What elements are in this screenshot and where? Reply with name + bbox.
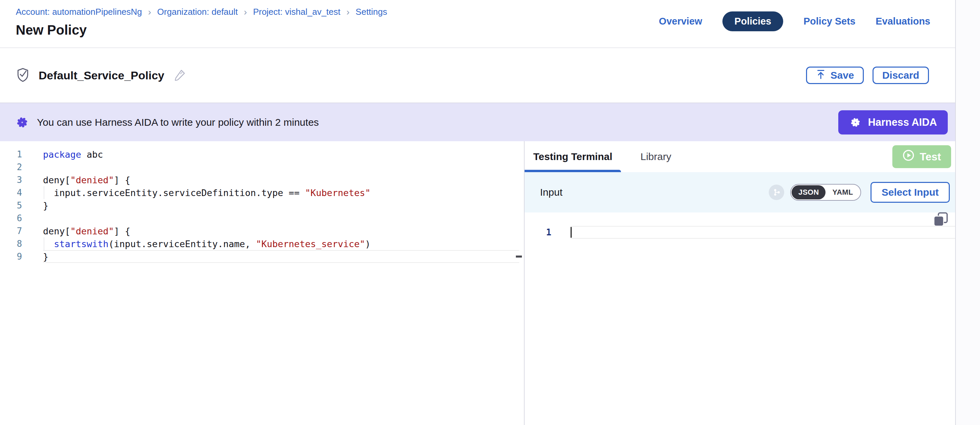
line-number: 3 <box>0 175 43 185</box>
code-line-content <box>43 161 519 174</box>
line-number: 9 <box>0 251 43 262</box>
toolbar-actions: Save Discard <box>806 67 929 84</box>
code-token: deny[ <box>43 226 70 236</box>
code-line[interactable]: 1package abc <box>0 148 519 161</box>
code-token: deny[ <box>43 175 70 185</box>
code-token: ) <box>365 239 371 249</box>
overview-ruler-cursor-mark <box>516 256 522 257</box>
nav-tabs: OverviewPoliciesPolicy SetsEvaluations <box>659 11 930 31</box>
policy-name: Default_Service_Policy <box>39 69 164 82</box>
input-editor-lines: 1 <box>525 226 955 239</box>
line-number: 1 <box>0 149 43 159</box>
code-line[interactable]: 5} <box>0 199 519 212</box>
code-line[interactable]: 2 <box>0 161 519 174</box>
harness-aida-button-label: Harness AIDA <box>868 116 937 128</box>
code-line-content: } <box>43 199 519 212</box>
policy-toolbar: Default_Service_Policy <box>0 48 955 102</box>
code-token: "Kubernetes" <box>305 188 371 198</box>
code-token: } <box>43 251 48 262</box>
format-option-json[interactable]: JSON <box>792 185 826 200</box>
code-token: startswith <box>54 239 109 249</box>
tab-library[interactable]: Library <box>621 141 691 172</box>
code-token: ] { <box>114 175 130 185</box>
breadcrumb-link[interactable]: Settings <box>356 7 387 17</box>
breadcrumb-separator-icon: › <box>244 7 247 17</box>
code-line[interactable]: 8 startswith(input.serviceEntity.name, "… <box>0 237 519 250</box>
code-token: (input.serviceEntity.name, <box>108 239 256 249</box>
code-line[interactable]: 3deny["denied"] { <box>0 174 519 186</box>
code-token: "Kubernetes_service" <box>256 239 365 249</box>
breadcrumb-link[interactable]: Organization: default <box>157 7 238 17</box>
line-number: 8 <box>0 239 43 249</box>
line-number: 7 <box>0 226 43 236</box>
code-line-content: startswith(input.serviceEntity.name, "Ku… <box>43 237 519 250</box>
code-token: input.serviceEntity.serviceDefinition.ty… <box>43 188 305 198</box>
test-button-label: Test <box>920 151 941 163</box>
save-button-label: Save <box>830 70 854 81</box>
discard-button-label: Discard <box>882 70 919 81</box>
save-button[interactable]: Save <box>806 67 864 84</box>
edit-policy-name-button[interactable] <box>173 68 186 83</box>
nav-tab-overview[interactable]: Overview <box>659 16 702 27</box>
nav-tab-policy-sets[interactable]: Policy Sets <box>803 16 855 27</box>
breadcrumb-separator-icon: › <box>347 7 350 17</box>
format-toggle: JSONYAML <box>790 184 861 201</box>
code-token: } <box>43 200 48 211</box>
terminal-tabs: Testing TerminalLibrary <box>525 141 955 172</box>
select-input-button[interactable]: Select Input <box>870 182 950 203</box>
format-option-yaml[interactable]: YAML <box>826 185 860 200</box>
page-header: Account: automationPipelinesNg›Organizat… <box>0 0 955 48</box>
code-line-content: } <box>43 250 519 263</box>
discard-button[interactable]: Discard <box>873 67 929 84</box>
test-button[interactable]: Test <box>892 145 951 168</box>
code-line[interactable]: 9} <box>0 250 519 263</box>
line-number: 4 <box>0 188 43 198</box>
aida-banner-message: You can use Harness AIDA to write your p… <box>37 117 319 128</box>
pencil-icon <box>173 68 186 83</box>
aida-banner-message-group: You can use Harness AIDA to write your p… <box>15 115 319 130</box>
aida-banner: You can use Harness AIDA to write your p… <box>0 102 955 141</box>
line-number: 5 <box>0 200 43 211</box>
line-number: 2 <box>0 162 43 172</box>
code-line[interactable]: 6 <box>0 212 519 225</box>
input-header: Input JSONYAML Select Input <box>525 172 955 212</box>
page: Account: automationPipelinesNg›Organizat… <box>0 0 956 425</box>
input-editor[interactable]: 1 <box>525 212 955 425</box>
play-circle-icon <box>902 149 915 164</box>
code-token: package <box>43 149 81 160</box>
tab-testing-terminal[interactable]: Testing Terminal <box>525 141 621 172</box>
breadcrumb-separator-icon: › <box>148 7 151 17</box>
input-label: Input <box>540 187 769 198</box>
code-line-content: package abc <box>43 148 519 161</box>
content: 1package abc23deny["denied"] {4 input.se… <box>0 141 955 425</box>
code-line-content: deny["denied"] { <box>43 225 519 237</box>
code-line-content <box>43 212 519 225</box>
harness-aida-button[interactable]: Harness AIDA <box>838 110 948 134</box>
nav-tab-evaluations[interactable]: Evaluations <box>875 16 930 27</box>
policy-code-editor[interactable]: 1package abc23deny["denied"] {4 input.se… <box>0 141 525 425</box>
breadcrumb-link[interactable]: Account: automationPipelinesNg <box>16 7 142 17</box>
code-line[interactable]: 1 <box>525 226 955 239</box>
policy-identity: Default_Service_Policy <box>16 67 186 84</box>
policy-code-lines: 1package abc23deny["denied"] {4 input.se… <box>0 148 524 263</box>
code-line[interactable]: 7deny["denied"] { <box>0 225 519 237</box>
branch-circle-icon <box>769 185 784 200</box>
text-cursor <box>571 227 572 238</box>
line-number: 6 <box>0 213 43 223</box>
breadcrumb-link[interactable]: Project: vishal_av_test <box>253 7 340 17</box>
code-token: abc <box>81 149 103 160</box>
code-line-content: deny["denied"] { <box>43 174 519 186</box>
code-token: ] { <box>114 226 130 236</box>
code-line[interactable]: 4 input.serviceEntity.serviceDefinition.… <box>0 186 519 199</box>
line-number: 1 <box>525 227 571 237</box>
code-token: "denied" <box>70 226 114 236</box>
upload-icon <box>816 69 826 82</box>
code-line-content: input.serviceEntity.serviceDefinition.ty… <box>43 186 519 199</box>
shield-check-icon <box>16 67 30 84</box>
aida-flower-icon <box>15 115 30 130</box>
aida-flower-icon <box>849 116 862 129</box>
nav-tab-policies[interactable]: Policies <box>722 11 784 31</box>
testing-terminal-panel: Testing TerminalLibrary Test Input <box>525 141 955 425</box>
code-token: "denied" <box>70 175 114 185</box>
code-line-content <box>571 226 955 239</box>
